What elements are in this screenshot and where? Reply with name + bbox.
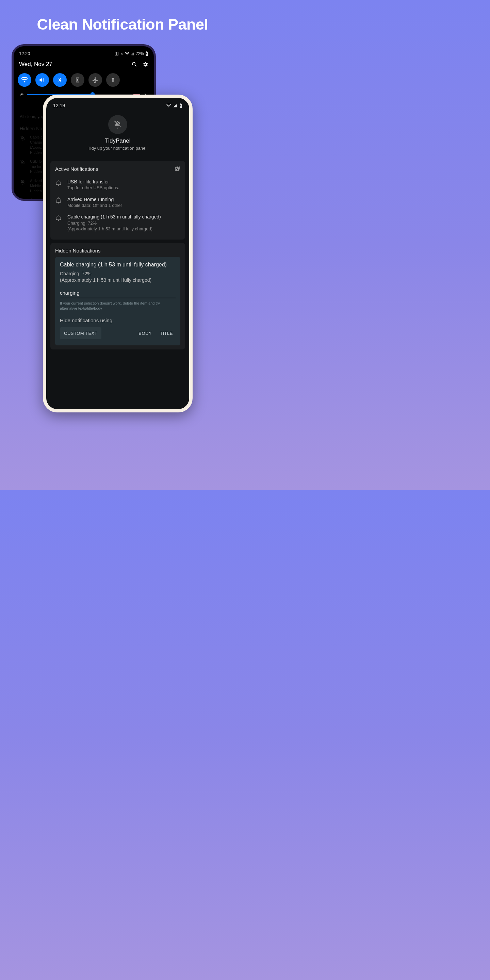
back-time: 12:20 xyxy=(19,51,30,56)
qs-rotate-lock[interactable] xyxy=(71,73,84,87)
wifi-icon xyxy=(166,104,171,108)
qs-wifi[interactable] xyxy=(18,73,31,87)
gear-icon[interactable] xyxy=(142,61,148,67)
editor-title: Cable charging (1 h 53 m until fully cha… xyxy=(60,262,176,268)
back-date: Wed, Nov 27 xyxy=(19,61,52,68)
custom-text-button[interactable]: CUSTOM TEXT xyxy=(60,327,102,339)
back-header: Wed, Nov 27 xyxy=(17,60,150,72)
signal-icon xyxy=(173,104,177,108)
search-icon[interactable] xyxy=(131,61,137,67)
notif-sub: Tap for other USB options. xyxy=(67,185,180,191)
notification-item[interactable]: Arrived Home running Mobile data: Off an… xyxy=(55,194,180,211)
body-button[interactable]: BODY xyxy=(136,327,154,339)
app-bell-off-icon xyxy=(108,115,127,134)
notif-sub: Charging: 72% xyxy=(67,220,180,226)
active-notifications-title: Active Notifications xyxy=(55,166,98,172)
hide-using-label: Hide notifications using: xyxy=(60,318,176,323)
editor-hint: If your current selection doesn't work, … xyxy=(60,301,176,311)
svg-rect-5 xyxy=(20,199,27,201)
bell-off-icon xyxy=(20,178,27,194)
notif-sub2: (Approximately 1 h 53 m until fully char… xyxy=(67,226,180,232)
front-app-header: TidyPanel Tidy up your notification pane… xyxy=(46,110,189,158)
front-status-icons xyxy=(166,103,182,108)
front-status-bar: 12:19 xyxy=(46,98,189,110)
battery-icon xyxy=(179,103,182,108)
notif-title: Arrived Home running xyxy=(67,196,180,202)
qs-flashlight[interactable] xyxy=(106,73,120,87)
filter-text-input[interactable] xyxy=(60,288,176,298)
brightness-icon: ☀ xyxy=(20,92,24,97)
bluetooth-icon xyxy=(120,52,124,56)
hidden-notifications-card: Hidden Notifications Cable charging (1 h… xyxy=(50,243,185,350)
back-status-icons: ⚿ 72% xyxy=(115,51,148,56)
notif-title: Cable charging (1 h 53 m until fully cha… xyxy=(67,214,180,220)
bell-off-icon xyxy=(20,159,27,174)
app-subtitle: Tidy up your notification panel! xyxy=(46,146,189,151)
notif-sub: Mobile data: Off and 1 other xyxy=(67,202,180,208)
qs-airplane[interactable] xyxy=(89,73,102,87)
bell-icon xyxy=(55,214,63,232)
battery-icon xyxy=(145,51,148,56)
qs-bluetooth[interactable] xyxy=(53,73,67,87)
back-battery-text: 72% xyxy=(136,51,144,56)
back-status-bar: 12:20 ⚿ 72% xyxy=(17,51,150,60)
page-title: Clean Notification Panel xyxy=(0,0,245,33)
hide-buttons-row: CUSTOM TEXT BODY TITLE xyxy=(60,327,176,339)
toggle-icon xyxy=(20,197,27,201)
signal-icon xyxy=(130,52,134,56)
bell-off-icon xyxy=(20,135,27,155)
app-name: TidyPanel xyxy=(46,137,189,144)
front-time: 12:19 xyxy=(53,103,65,108)
bell-icon xyxy=(55,196,63,208)
quick-settings-row xyxy=(17,72,150,91)
notif-title: USB for file transfer xyxy=(67,179,180,185)
notification-item[interactable]: USB for file transfer Tap for other USB … xyxy=(55,176,180,194)
phone-front-frame: 12:19 TidyPanel Tidy up your notificatio… xyxy=(43,95,192,412)
wifi-icon xyxy=(125,52,129,56)
notification-item[interactable]: Cable charging (1 h 53 m until fully cha… xyxy=(55,211,180,234)
refresh-icon[interactable] xyxy=(174,166,180,172)
svg-point-6 xyxy=(20,199,23,201)
active-notifications-card: Active Notifications USB for file transf… xyxy=(50,161,185,240)
qs-sound[interactable] xyxy=(35,73,49,87)
title-button[interactable]: TITLE xyxy=(157,327,176,339)
hidden-notification-editor: Cable charging (1 h 53 m until fully cha… xyxy=(55,257,180,345)
hidden-notifications-title: Hidden Notifications xyxy=(55,248,180,253)
bell-icon xyxy=(55,179,63,191)
vpn-key-icon: ⚿ xyxy=(115,51,119,56)
editor-body: Charging: 72% (Approximately 1 h 53 m un… xyxy=(60,270,176,284)
